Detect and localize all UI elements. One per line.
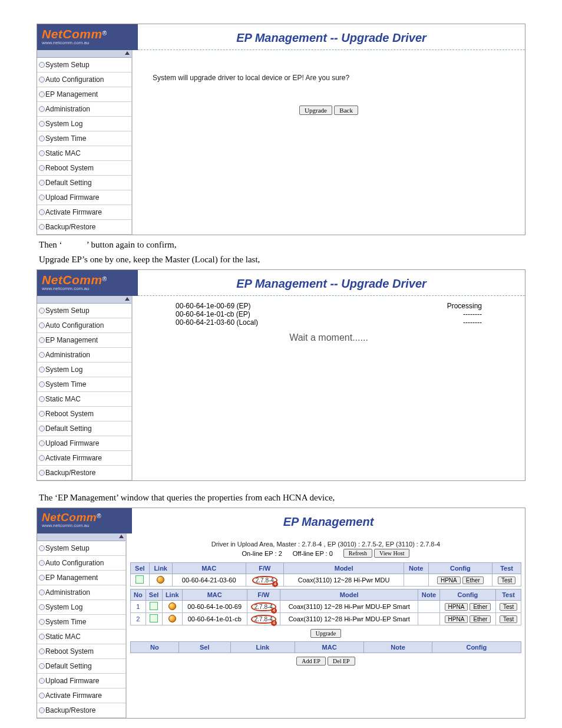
back-button[interactable]: Back — [334, 106, 358, 115]
link-led-icon — [168, 615, 176, 622]
status-row: 00-60-64-1e-00-69 (EP)Processing — [176, 302, 482, 310]
sidebar-item-backup/restore[interactable]: Backup/Restore — [37, 220, 131, 235]
table-row: 1 00-60-64-1e-00-69 2.7.8-44 Coax(3110) … — [131, 601, 521, 613]
sidebar-item-system-log[interactable]: System Log — [37, 363, 131, 377]
content-area: 00-60-64-1e-00-69 (EP)Processing 00-60-6… — [133, 296, 525, 480]
status-row: 00-60-64-1e-01-cb (EP)-------- — [176, 310, 482, 318]
sidebar: System SetupAuto ConfigurationEP Managem… — [37, 50, 133, 235]
page-title-cell: EP Management -- Upgrade Driver — [138, 270, 525, 296]
page-title: EP Management -- Upgrade Driver — [236, 31, 427, 44]
fw-badge: 2.7.8-44 — [252, 576, 277, 585]
test-button[interactable]: Test — [500, 615, 517, 623]
scrollbar-up[interactable] — [37, 533, 125, 541]
ether-button[interactable]: Ether — [470, 603, 491, 611]
upgrade-button[interactable]: Upgrade — [299, 106, 332, 115]
doc-text-3: The ‘EP Management’ window that queries … — [39, 493, 523, 503]
sidebar: System SetupAuto ConfigurationEP Managem… — [37, 296, 133, 480]
select-checkbox[interactable] — [150, 614, 158, 622]
sidebar-item-default-setting[interactable]: Default Setting — [37, 421, 131, 436]
screenshot-upgrade-confirm: NetComm® www.netcomm.com.au EP Managemen… — [37, 24, 525, 235]
sidebar-item-reboot-system[interactable]: Reboot System — [37, 644, 125, 659]
sidebar-item-static-mac[interactable]: Static MAC — [37, 392, 131, 407]
sidebar-item-default-setting[interactable]: Default Setting — [37, 176, 131, 190]
driver-info: Driver in Upload Area, Master : 2.7.8-4 … — [130, 541, 521, 548]
doc-text-2: Upgrade EP’s one by one, keep the Master… — [39, 255, 523, 265]
sidebar-item-activate-firmware[interactable]: Activate Firmware — [37, 205, 131, 220]
sidebar-item-system-time[interactable]: System Time — [37, 377, 131, 392]
logo: NetComm® www.netcomm.com.au — [37, 24, 138, 50]
sidebar-item-system-time[interactable]: System Time — [37, 615, 125, 630]
link-led-icon — [168, 602, 176, 610]
scrollbar-up[interactable] — [37, 296, 131, 304]
sidebar-item-activate-firmware[interactable]: Activate Firmware — [37, 451, 131, 466]
sidebar: System SetupAuto ConfigurationEP Managem… — [37, 533, 127, 718]
sidebar-item-auto-configuration[interactable]: Auto Configuration — [37, 73, 131, 87]
sidebar-item-system-log[interactable]: System Log — [37, 117, 131, 131]
offline-ep: Off-line EP : 0 — [293, 550, 333, 557]
sidebar-item-ep-management[interactable]: EP Management — [37, 87, 131, 102]
logo: NetComm® www.netcomm.com.au — [37, 270, 138, 296]
sidebar-item-administration[interactable]: Administration — [37, 102, 131, 117]
sidebar-item-system-setup[interactable]: System Setup — [37, 304, 131, 318]
table-row: 2 00-60-64-1e-01-cb 2.7.8-44 Coax(3110) … — [131, 613, 521, 625]
content-area: Driver in Upload Area, Master : 2.7.8-4 … — [127, 533, 525, 718]
sidebar-item-ep-management[interactable]: EP Management — [37, 571, 125, 585]
sidebar-item-auto-configuration[interactable]: Auto Configuration — [37, 556, 125, 571]
ether-button[interactable]: Ether — [470, 615, 491, 623]
sidebar-item-backup/restore[interactable]: Backup/Restore — [37, 466, 131, 480]
sidebar-item-ep-management[interactable]: EP Management — [37, 333, 131, 348]
online-ep: On-line EP : 2 — [242, 550, 282, 557]
add-ep-button[interactable]: Add EP — [296, 657, 325, 666]
brand-reg: ® — [103, 30, 107, 37]
page-title-cell: EP Management — [132, 508, 525, 533]
sidebar-item-default-setting[interactable]: Default Setting — [37, 659, 125, 674]
screenshot-upgrade-progress: NetComm® www.netcomm.com.au EP Managemen… — [37, 269, 525, 481]
select-checkbox[interactable] — [135, 575, 144, 584]
ether-button[interactable]: Ether — [462, 577, 484, 584]
table-row: 00-60-64-21-03-60 2.7.8-44 Coax(3110) 12… — [131, 574, 521, 587]
view-host-button[interactable]: View Host — [374, 549, 409, 558]
offline-ep-table: No Sel Link MAC Note Config — [130, 641, 521, 653]
screenshot-ep-management: NetComm® www.netcomm.com.au EP Managemen… — [37, 508, 525, 719]
sidebar-item-system-setup[interactable]: System Setup — [37, 541, 125, 556]
refresh-button[interactable]: Refresh — [343, 549, 372, 558]
sidebar-item-backup/restore[interactable]: Backup/Restore — [37, 703, 125, 718]
sidebar-item-static-mac[interactable]: Static MAC — [37, 630, 125, 644]
fw-badge: 2.7.8-44 — [251, 602, 276, 611]
confirm-message: System will upgrade driver to local devi… — [153, 74, 517, 82]
sidebar-item-upload-firmware[interactable]: Upload Firmware — [37, 674, 125, 689]
hpna-button[interactable]: HPNA — [437, 577, 461, 584]
fw-badge: 2.7.8-44 — [251, 615, 276, 624]
brand-url: www.netcomm.com.au — [42, 40, 133, 45]
upgrade-button[interactable]: Upgrade — [310, 629, 341, 638]
hpna-button[interactable]: HPNA — [445, 603, 468, 611]
sidebar-item-upload-firmware[interactable]: Upload Firmware — [37, 436, 131, 451]
sidebar-item-system-log[interactable]: System Log — [37, 600, 125, 615]
brand-name: NetComm — [42, 27, 103, 41]
select-checkbox[interactable] — [150, 602, 158, 610]
sidebar-item-reboot-system[interactable]: Reboot System — [37, 161, 131, 176]
page-title: EP Management -- Upgrade Driver — [236, 277, 427, 290]
test-button[interactable]: Test — [500, 603, 517, 611]
scrollbar-up[interactable] — [37, 50, 131, 58]
hpna-button[interactable]: HPNA — [445, 615, 468, 623]
sidebar-item-administration[interactable]: Administration — [37, 585, 125, 600]
sidebar-item-administration[interactable]: Administration — [37, 348, 131, 363]
sidebar-item-reboot-system[interactable]: Reboot System — [37, 407, 131, 421]
sidebar-item-activate-firmware[interactable]: Activate Firmware — [37, 689, 125, 703]
wait-message: Wait a moment...... — [141, 332, 517, 343]
status-row: 00-60-64-21-03-60 (Local)-------- — [176, 318, 482, 327]
sidebar-item-system-setup[interactable]: System Setup — [37, 58, 131, 73]
local-device-table: Sel Link MAC F/W Model Note Config Test … — [130, 562, 521, 587]
page-title-cell: EP Management -- Upgrade Driver — [138, 24, 525, 50]
del-ep-button[interactable]: Del EP — [328, 657, 355, 666]
sidebar-item-auto-configuration[interactable]: Auto Configuration — [37, 318, 131, 333]
test-button[interactable]: Test — [498, 577, 515, 584]
sidebar-item-system-time[interactable]: System Time — [37, 131, 131, 146]
page-title: EP Management — [283, 515, 374, 528]
logo: NetComm® www.netcomm.com.au — [37, 508, 132, 533]
ep-table: No Sel Link MAC F/W Model Note Config Te… — [130, 589, 521, 625]
link-led-icon — [157, 576, 164, 584]
sidebar-item-upload-firmware[interactable]: Upload Firmware — [37, 190, 131, 205]
sidebar-item-static-mac[interactable]: Static MAC — [37, 146, 131, 161]
